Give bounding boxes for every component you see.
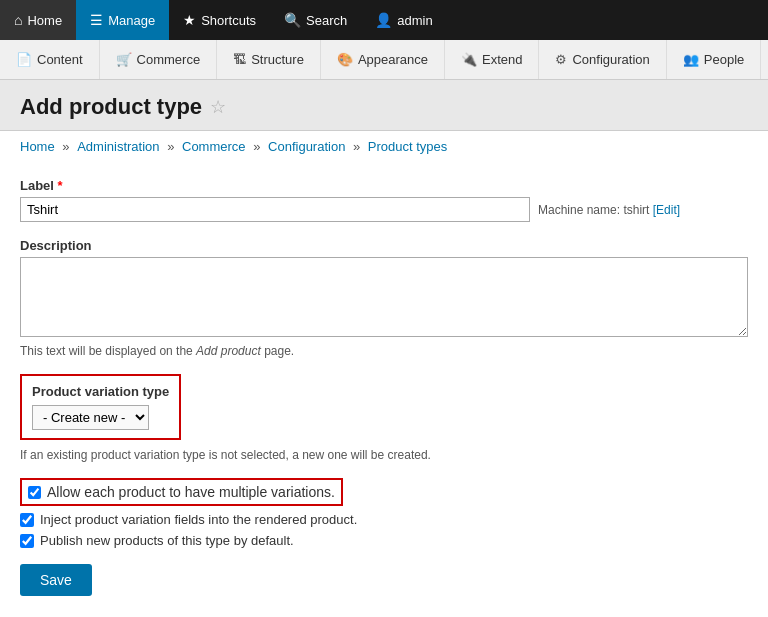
edit-machine-name-link[interactable]: [Edit] [653,203,680,217]
bookmark-icon[interactable]: ☆ [210,96,226,118]
extend-icon: 🔌 [461,52,477,67]
breadcrumb-sep-3: » [253,139,264,154]
variation-type-box: Product variation type - Create new - [20,374,181,440]
people-icon: 👥 [683,52,699,67]
sec-nav-configuration[interactable]: ⚙ Configuration [539,40,666,79]
sec-nav-content-label: Content [37,52,83,67]
nav-admin-label: admin [397,13,432,28]
top-navigation: ⌂ Home ☰ Manage ★ Shortcuts 🔍 Search 👤 a… [0,0,768,40]
home-icon: ⌂ [14,12,22,28]
required-indicator: * [58,178,63,193]
breadcrumb: Home » Administration » Commerce » Confi… [0,131,768,162]
breadcrumb-sep-4: » [353,139,364,154]
breadcrumb-sep-1: » [62,139,73,154]
breadcrumb-configuration[interactable]: Configuration [268,139,345,154]
sec-nav-content[interactable]: 📄 Content [0,40,100,79]
breadcrumb-commerce[interactable]: Commerce [182,139,246,154]
save-button[interactable]: Save [20,564,92,596]
allow-multiple-checkbox[interactable] [28,486,41,499]
sec-nav-commerce[interactable]: 🛒 Commerce [100,40,218,79]
nav-home[interactable]: ⌂ Home [0,0,76,40]
variation-type-group: Product variation type - Create new - If… [20,374,748,462]
nav-shortcuts-label: Shortcuts [201,13,256,28]
nav-search-label: Search [306,13,347,28]
appearance-icon: 🎨 [337,52,353,67]
breadcrumb-sep-2: » [167,139,178,154]
description-group: Description This text will be displayed … [20,238,748,358]
nav-admin[interactable]: 👤 admin [361,0,446,40]
description-field-label: Description [20,238,748,253]
variation-type-select[interactable]: - Create new - [32,405,149,430]
menu-icon: ☰ [90,12,103,28]
allow-multiple-label[interactable]: Allow each product to have multiple vari… [47,484,335,500]
configuration-icon: ⚙ [555,52,567,67]
sec-nav-configuration-label: Configuration [572,52,649,67]
inject-fields-row: Inject product variation fields into the… [20,512,748,527]
label-row: Machine name: tshirt [Edit] [20,197,748,222]
page-title: Add product type [20,94,202,120]
secondary-navigation: 📄 Content 🛒 Commerce 🏗 Structure 🎨 Appea… [0,40,768,80]
sec-nav-appearance-label: Appearance [358,52,428,67]
sec-nav-commerce-label: Commerce [137,52,201,67]
sec-nav-appearance[interactable]: 🎨 Appearance [321,40,445,79]
sec-nav-extend-label: Extend [482,52,522,67]
inject-fields-label[interactable]: Inject product variation fields into the… [40,512,357,527]
description-hint: This text will be displayed on the Add p… [20,344,748,358]
nav-manage[interactable]: ☰ Manage [76,0,169,40]
inject-fields-checkbox[interactable] [20,513,34,527]
variation-select-row: - Create new - [32,405,169,430]
structure-icon: 🏗 [233,52,246,67]
content-icon: 📄 [16,52,32,67]
sec-nav-structure[interactable]: 🏗 Structure [217,40,321,79]
sec-nav-people-label: People [704,52,744,67]
allow-multiple-highlight: Allow each product to have multiple vari… [20,478,343,506]
breadcrumb-home[interactable]: Home [20,139,55,154]
publish-default-label[interactable]: Publish new products of this type by def… [40,533,294,548]
checkboxes-group: Allow each product to have multiple vari… [20,478,748,548]
label-group: Label * Machine name: tshirt [Edit] [20,178,748,222]
user-nav-icon: 👤 [375,12,392,28]
machine-name-text: Machine name: tshirt [Edit] [538,203,680,217]
description-textarea[interactable] [20,257,748,337]
breadcrumb-administration[interactable]: Administration [77,139,159,154]
breadcrumb-product-types[interactable]: Product types [368,139,448,154]
description-wrapper [20,257,748,340]
main-content: Label * Machine name: tshirt [Edit] Desc… [0,162,768,612]
publish-default-row: Publish new products of this type by def… [20,533,748,548]
sec-nav-extend[interactable]: 🔌 Extend [445,40,539,79]
nav-manage-label: Manage [108,13,155,28]
commerce-icon: 🛒 [116,52,132,67]
label-field-label: Label * [20,178,748,193]
page-header: Add product type ☆ [0,80,768,131]
nav-search[interactable]: 🔍 Search [270,0,361,40]
nav-shortcuts[interactable]: ★ Shortcuts [169,0,270,40]
star-nav-icon: ★ [183,12,196,28]
publish-default-checkbox[interactable] [20,534,34,548]
variation-type-hint: If an existing product variation type is… [20,448,748,462]
label-input[interactable] [20,197,530,222]
sec-nav-structure-label: Structure [251,52,304,67]
search-nav-icon: 🔍 [284,12,301,28]
sec-nav-people[interactable]: 👥 People [667,40,761,79]
nav-home-label: Home [27,13,62,28]
variation-type-label: Product variation type [32,384,169,399]
